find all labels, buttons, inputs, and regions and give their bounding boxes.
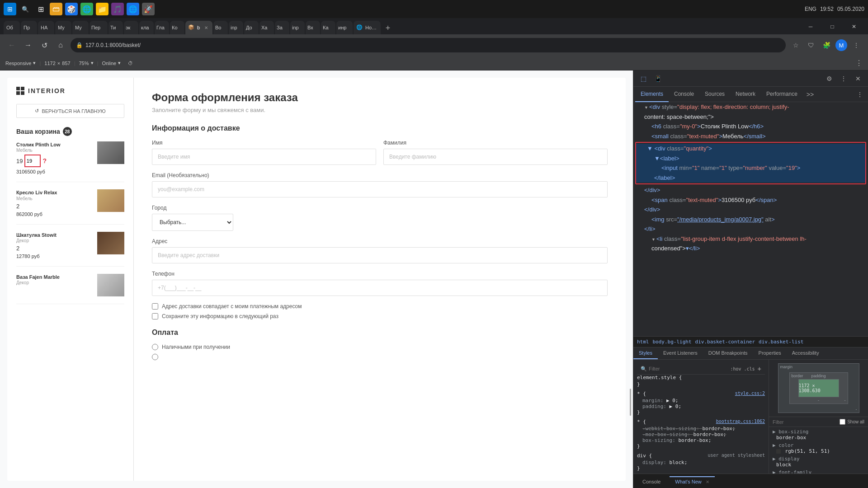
- lastname-input[interactable]: [383, 149, 608, 165]
- qty-input-1[interactable]: [24, 155, 41, 167]
- phone-input[interactable]: [152, 280, 608, 296]
- html-line-5[interactable]: ▼<label>: [636, 154, 865, 164]
- tab-console[interactable]: Console: [669, 87, 699, 102]
- styles-tab-event-listeners[interactable]: Event Listeners: [658, 347, 703, 359]
- show-all-checkbox[interactable]: [840, 419, 845, 425]
- browser-tab-8[interactable]: эк: [124, 21, 138, 34]
- shield-icon[interactable]: 🛡: [805, 39, 817, 52]
- computed-filter-input[interactable]: [773, 419, 838, 425]
- taskbar-app-chrome[interactable]: 🌐: [127, 3, 139, 15]
- html-line-8[interactable]: </div>: [633, 185, 868, 195]
- styles-tab-dom-breakpoints[interactable]: DOM Breakpoints: [703, 347, 753, 359]
- bottom-tab-whats-new[interactable]: What's New ✕: [670, 476, 714, 486]
- name-input[interactable]: [152, 149, 376, 165]
- html-line-1b[interactable]: content: space-between;">: [633, 112, 868, 122]
- devtools-close-button[interactable]: ✕: [852, 72, 864, 85]
- tab-close-12[interactable]: ✕: [203, 24, 210, 31]
- styles-tab-properties[interactable]: Properties: [753, 347, 787, 359]
- back-to-main-button[interactable]: ↺ ВЕРНУТЬСЯ НА ГЛАВНУЮ: [16, 104, 124, 118]
- home-button[interactable]: ⌂: [54, 39, 67, 52]
- html-line-9[interactable]: <span class="text-muted">3106500 руб</sp…: [633, 195, 868, 205]
- hov-button[interactable]: :hov: [730, 366, 741, 371]
- html-line-13[interactable]: <li class="list-group-item d-flex justif…: [633, 234, 868, 244]
- browser-tab-22[interactable]: 🌐 Новая: [354, 21, 381, 34]
- devtools-overflow-button[interactable]: ⋮: [854, 88, 866, 101]
- back-button[interactable]: ←: [5, 39, 18, 52]
- taskbar-app-2[interactable]: 🗃: [50, 3, 62, 15]
- browser-tab-18[interactable]: inp: [290, 21, 305, 34]
- inspect-element-button[interactable]: ⬚: [637, 72, 650, 85]
- bottom-tab-console[interactable]: Console: [637, 476, 666, 486]
- browser-tab-6[interactable]: Пер: [90, 21, 108, 34]
- tab-sources[interactable]: Sources: [699, 87, 730, 102]
- browser-tab-11[interactable]: Ко: [170, 21, 184, 34]
- html-line-13b[interactable]: condensed">▾</li>: [633, 244, 868, 253]
- checkbox-save-info[interactable]: [152, 313, 158, 319]
- address-input[interactable]: [152, 247, 608, 263]
- browser-tab-15[interactable]: До: [244, 21, 259, 34]
- extensions-icon[interactable]: 🧩: [820, 39, 833, 52]
- payment-radio-2[interactable]: [152, 354, 158, 360]
- cls-button[interactable]: .cls: [744, 366, 755, 371]
- taskbar-app-3[interactable]: 🎲: [65, 3, 78, 15]
- browser-tab-14[interactable]: inp: [229, 21, 243, 34]
- html-line-11[interactable]: <img src="/media/products_img/a0007.jpg"…: [633, 215, 868, 225]
- taskbar-app-rocket[interactable]: 🚀: [142, 3, 155, 15]
- add-style-button[interactable]: +: [758, 365, 761, 372]
- taskbar-app-5[interactable]: 📁: [96, 3, 108, 15]
- browser-tab-13[interactable]: Во: [213, 21, 228, 34]
- styles-tab-accessibility[interactable]: Accessibility: [787, 347, 825, 359]
- device-selector[interactable]: Responsive ▾: [5, 60, 36, 66]
- style-source-link-2[interactable]: bootstrap.css:1062: [716, 419, 765, 426]
- taskbar-app-4[interactable]: 🌐: [80, 3, 93, 15]
- devtools-more-button[interactable]: ⋮: [837, 72, 850, 85]
- browser-tab-9[interactable]: кла: [139, 21, 154, 34]
- browser-tab-2[interactable]: Пр: [21, 21, 37, 34]
- html-line-3[interactable]: <small class="text-muted">Мебель</small>: [633, 131, 868, 141]
- breadcrumb-container[interactable]: div.basket-container: [695, 339, 755, 345]
- address-bar[interactable]: 🔒 127.0.0.1:8000/basket/: [71, 38, 786, 52]
- taskbar-app-1[interactable]: ⊞: [34, 3, 47, 15]
- browser-tab-4[interactable]: Мy: [55, 21, 71, 34]
- zoom-selector[interactable]: 75% ▾: [79, 60, 93, 66]
- close-button[interactable]: ✕: [844, 21, 864, 33]
- browser-tab-3[interactable]: НА: [38, 21, 54, 34]
- profile-icon[interactable]: M: [835, 39, 847, 51]
- device-toolbar-button[interactable]: 📱: [651, 72, 664, 85]
- more-menu-button[interactable]: ⋮: [850, 39, 863, 52]
- reload-button[interactable]: ↺: [38, 39, 51, 52]
- devtools-settings-button[interactable]: ⚙: [823, 72, 835, 85]
- style-source-link-1[interactable]: style.css:2: [735, 391, 765, 398]
- search-taskbar-icon[interactable]: 🔍: [19, 3, 32, 15]
- payment-radio-1[interactable]: [152, 344, 158, 350]
- html-line-7[interactable]: </label>: [636, 173, 865, 183]
- html-line-10[interactable]: </div>: [633, 205, 868, 215]
- browser-tab-21[interactable]: инр: [336, 21, 353, 34]
- online-selector[interactable]: Online ▾: [102, 60, 121, 66]
- star-icon[interactable]: ☆: [789, 39, 802, 52]
- checkbox-same-address[interactable]: [152, 303, 158, 310]
- minimize-button[interactable]: ─: [800, 21, 821, 33]
- email-input[interactable]: [152, 181, 608, 197]
- tab-performance[interactable]: Performance: [761, 87, 803, 102]
- browser-tab-1[interactable]: Об: [4, 21, 20, 34]
- breadcrumb-list[interactable]: div.basket-list: [759, 339, 803, 345]
- tab-elements[interactable]: Elements: [635, 87, 669, 102]
- responsive-more-button[interactable]: ⋮: [855, 59, 863, 67]
- height-value[interactable]: 857: [62, 61, 70, 66]
- browser-tab-12[interactable]: 📦 bo ✕: [185, 21, 212, 34]
- tab-network[interactable]: Network: [730, 87, 761, 102]
- browser-tab-5[interactable]: Мy: [72, 21, 89, 34]
- windows-icon[interactable]: ⊞: [4, 3, 16, 15]
- browser-tab-16[interactable]: Ха: [259, 21, 274, 34]
- browser-tab-10[interactable]: Гла: [155, 21, 169, 34]
- browser-tab-20[interactable]: Ка: [321, 21, 335, 34]
- forward-button[interactable]: →: [22, 39, 34, 52]
- city-select[interactable]: Выбрать...: [152, 214, 233, 231]
- breadcrumb-body[interactable]: body.bg-light: [653, 339, 692, 345]
- browser-tab-7[interactable]: Ти: [108, 21, 123, 34]
- html-line-6[interactable]: <input min="1" name="1" type="number" va…: [636, 163, 865, 173]
- browser-tab-17[interactable]: За: [275, 21, 289, 34]
- new-tab-button[interactable]: +: [382, 22, 394, 34]
- throttle-icon[interactable]: ⏱: [128, 61, 133, 66]
